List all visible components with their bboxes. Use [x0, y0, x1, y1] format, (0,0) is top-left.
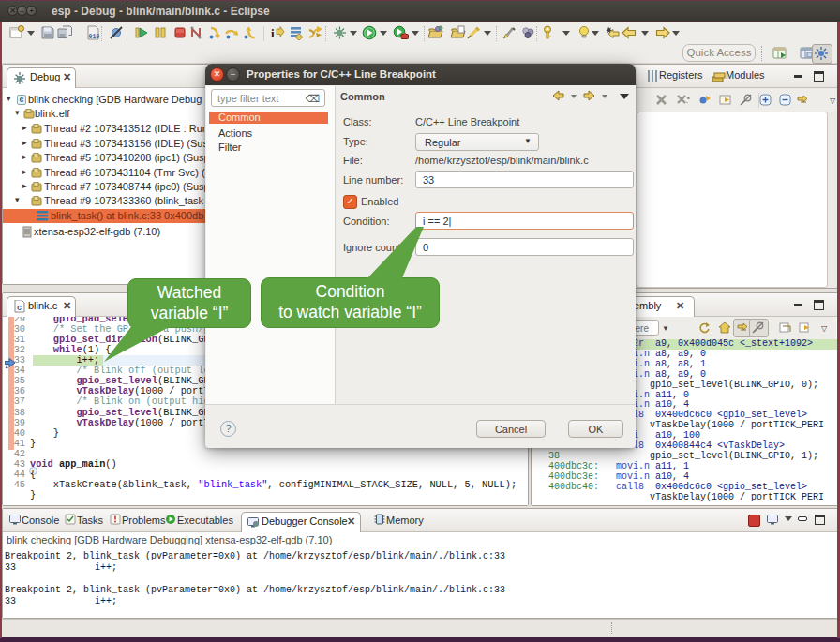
svg-text:010: 010 [89, 34, 100, 40]
svg-text:i: i [271, 26, 275, 40]
svg-text:c: c [17, 303, 22, 312]
